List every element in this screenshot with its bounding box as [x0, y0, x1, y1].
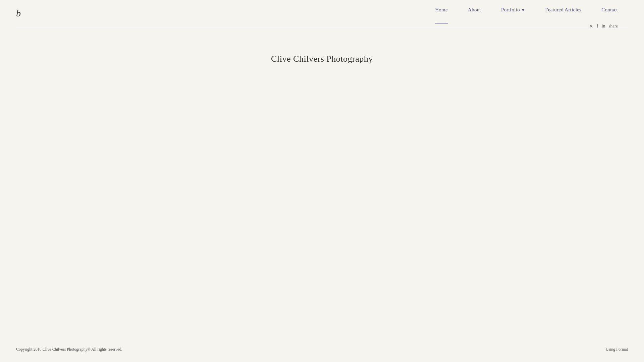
using-format-link[interactable]: Using Format: [606, 347, 628, 352]
facebook-icon[interactable]: f: [597, 23, 598, 29]
nav-item-contact[interactable]: Contact: [591, 0, 628, 23]
nav-item-portfolio[interactable]: Portfolio ▼: [491, 0, 535, 23]
nav-item-home[interactable]: Home: [425, 0, 458, 23]
portfolio-label: Portfolio: [501, 7, 520, 13]
nav-item-about[interactable]: About: [458, 0, 491, 23]
twitter-icon[interactable]: ✕: [589, 23, 593, 29]
main-nav: Home About Portfolio ▼ Featured Articles…: [425, 0, 628, 23]
portfolio-dropdown-arrow: ▼: [521, 8, 525, 12]
copyright-text: Copyright 2018 Clive Chilvers Photograph…: [16, 347, 122, 352]
site-logo[interactable]: b: [16, 8, 21, 19]
page-title: Clive Chilvers Photography: [271, 54, 373, 64]
linkedin-icon[interactable]: in: [602, 23, 605, 29]
nav-item-featured-articles[interactable]: Featured Articles: [535, 0, 591, 23]
share-label[interactable]: share: [609, 23, 618, 29]
